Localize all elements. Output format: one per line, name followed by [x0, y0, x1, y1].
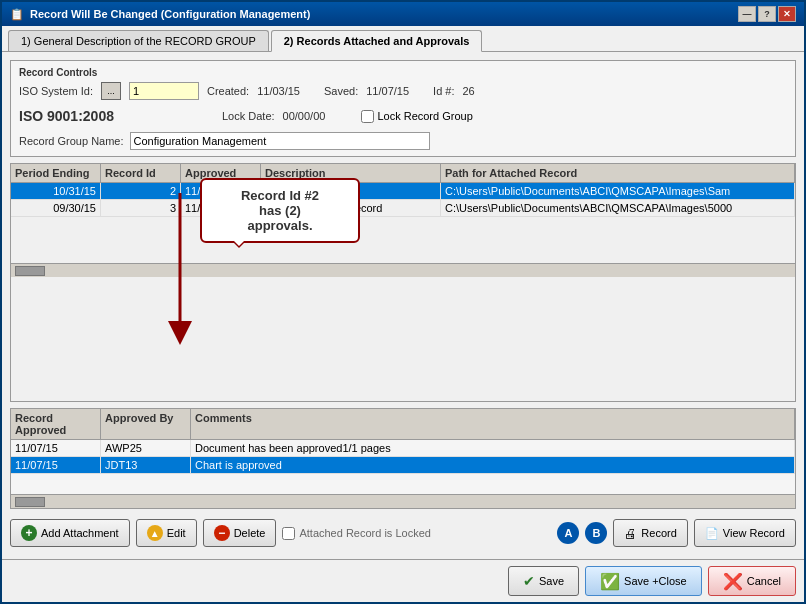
approval-hscrollbar[interactable] [11, 494, 795, 508]
record-controls-label: Record Controls [19, 67, 787, 78]
lock-record-checkbox[interactable] [361, 110, 374, 123]
cell-path: C:\Users\Public\Documents\ABCI\QMSCAPA\I… [441, 183, 795, 199]
cell-description: Sample Records [261, 183, 441, 199]
col-period-ending: Period Ending [11, 164, 101, 182]
col-path: Path for Attached Record [441, 164, 795, 182]
locked-checkbox[interactable] [282, 527, 295, 540]
record-controls-section: Record Controls ISO System Id: ... Creat… [10, 60, 796, 157]
main-window: 📋 Record Will Be Changed (Configuration … [0, 0, 806, 604]
save-close-button[interactable]: ✅ Save +Close [585, 566, 702, 596]
main-content: Record Controls ISO System Id: ... Creat… [2, 52, 804, 559]
cell-path: C:\Users\Public\Documents\ABCI\QMSCAPA\I… [441, 200, 795, 216]
record-button[interactable]: 🖨 Record [613, 519, 687, 547]
close-button[interactable]: ✕ [778, 6, 796, 22]
saved-value: 11/07/15 [366, 85, 409, 97]
edit-button[interactable]: ▲ Edit [136, 519, 197, 547]
cell-approved: 11/07/15 [181, 183, 261, 199]
cell-record-approved: 11/07/15 [11, 440, 101, 456]
lock-date-label: Lock Date: [222, 110, 275, 122]
table-row[interactable]: 09/30/15 3 11/07/15 Another Sample Recor… [11, 200, 795, 217]
cell-record-id: 3 [101, 200, 181, 216]
view-record-button[interactable]: 📄 View Record [694, 519, 796, 547]
add-attachment-button[interactable]: + Add Attachment [10, 519, 130, 547]
approval-row[interactable]: 11/07/15 JDT13 Chart is approved [11, 457, 795, 474]
cell-record-id: 2 [101, 183, 181, 199]
approval-section: Record Approved Approved By Comments 11/… [10, 408, 796, 509]
tab-bar: 1) General Description of the RECORD GRO… [2, 26, 804, 52]
tab-general[interactable]: 1) General Description of the RECORD GRO… [8, 30, 269, 51]
iso-system-id-input[interactable] [129, 82, 199, 100]
created-label: Created: [207, 85, 249, 97]
cell-approved: 11/07/15 [181, 200, 261, 216]
save-button[interactable]: ✔ Save [508, 566, 579, 596]
edit-icon: ▲ [147, 525, 163, 541]
col-description: Description [261, 164, 441, 182]
record-group-name-input[interactable] [130, 132, 430, 150]
add-icon: + [21, 525, 37, 541]
iso-title: ISO 9001:2008 [19, 108, 114, 124]
help-button[interactable]: ? [758, 6, 776, 22]
approval-table-header: Record Approved Approved By Comments [11, 409, 795, 440]
view-record-icon: 📄 [705, 527, 719, 540]
created-value: 11/03/15 [257, 85, 300, 97]
check-circle-icon: ✅ [600, 572, 620, 591]
id-label: Id #: [433, 85, 454, 97]
circle-a-badge: A [557, 522, 579, 544]
iso-system-id-label: ISO System Id: [19, 85, 93, 97]
locked-checkbox-label: Attached Record is Locked [282, 527, 430, 540]
delete-icon: − [214, 525, 230, 541]
minimize-button[interactable]: — [738, 6, 756, 22]
table-row[interactable]: 10/31/15 2 11/07/15 Sample Records C:\Us… [11, 183, 795, 200]
col-record-id: Record Id [101, 164, 181, 182]
cell-record-approved: 11/07/15 [11, 457, 101, 473]
circle-b-badge: B [585, 522, 607, 544]
hscroll-thumb[interactable] [15, 266, 45, 276]
id-value: 26 [462, 85, 474, 97]
cell-approved-by: AWP25 [101, 440, 191, 456]
cell-comments: Chart is approved [191, 457, 795, 473]
main-table-hscrollbar[interactable] [11, 263, 795, 277]
bottom-buttons-bar: + Add Attachment ▲ Edit − Delete Attache… [10, 515, 796, 551]
record-group-name-label: Record Group Name: [19, 135, 124, 147]
approval-table-scroll[interactable]: 11/07/15 AWP25 Document has been approve… [11, 440, 795, 494]
col-record-approved: Record Approved [11, 409, 101, 439]
approval-row[interactable]: 11/07/15 AWP25 Document has been approve… [11, 440, 795, 457]
col-approved-by: Approved By [101, 409, 191, 439]
window-icon: 📋 [10, 8, 24, 21]
tab-records[interactable]: 2) Records Attached and Approvals [271, 30, 483, 52]
window-title: Record Will Be Changed (Configuration Ma… [30, 8, 310, 20]
printer-icon: 🖨 [624, 526, 637, 541]
lock-record-label: Lock Record Group [361, 110, 472, 123]
main-table-scroll[interactable]: 10/31/15 2 11/07/15 Sample Records C:\Us… [11, 183, 795, 263]
check-icon: ✔ [523, 573, 535, 589]
cancel-button[interactable]: ❌ Cancel [708, 566, 796, 596]
main-table-header: Period Ending Record Id Approved Descrip… [11, 164, 795, 183]
col-approved: Approved [181, 164, 261, 182]
cell-period-ending: 10/31/15 [11, 183, 101, 199]
main-table-container: Period Ending Record Id Approved Descrip… [10, 163, 796, 402]
title-bar: 📋 Record Will Be Changed (Configuration … [2, 2, 804, 26]
cell-description: Another Sample Record [261, 200, 441, 216]
footer-buttons: ✔ Save ✅ Save +Close ❌ Cancel [2, 559, 804, 602]
cell-approved-by: JDT13 [101, 457, 191, 473]
iso-system-id-button[interactable]: ... [101, 82, 121, 100]
cell-period-ending: 09/30/15 [11, 200, 101, 216]
lock-date-value: 00/00/00 [283, 110, 326, 122]
saved-label: Saved: [324, 85, 358, 97]
cell-comments: Document has been approved1/1 pages [191, 440, 795, 456]
col-comments: Comments [191, 409, 795, 439]
delete-button[interactable]: − Delete [203, 519, 277, 547]
approval-hscroll-thumb[interactable] [15, 497, 45, 507]
x-circle-icon: ❌ [723, 572, 743, 591]
